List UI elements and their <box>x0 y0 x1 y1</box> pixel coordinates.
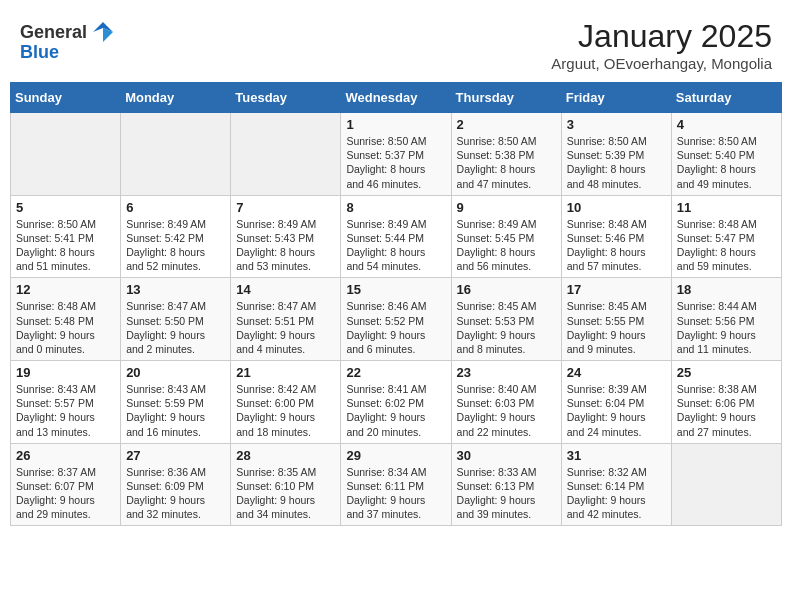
day-number: 10 <box>567 200 666 215</box>
day-number: 21 <box>236 365 335 380</box>
calendar-cell: 10Sunrise: 8:48 AM Sunset: 5:46 PM Dayli… <box>561 195 671 278</box>
weekday-header-sunday: Sunday <box>11 83 121 113</box>
day-number: 31 <box>567 448 666 463</box>
calendar-cell: 14Sunrise: 8:47 AM Sunset: 5:51 PM Dayli… <box>231 278 341 361</box>
day-number: 18 <box>677 282 776 297</box>
day-info: Sunrise: 8:48 AM Sunset: 5:46 PM Dayligh… <box>567 217 666 274</box>
day-number: 22 <box>346 365 445 380</box>
calendar-cell: 6Sunrise: 8:49 AM Sunset: 5:42 PM Daylig… <box>121 195 231 278</box>
day-info: Sunrise: 8:46 AM Sunset: 5:52 PM Dayligh… <box>346 299 445 356</box>
calendar-cell: 31Sunrise: 8:32 AM Sunset: 6:14 PM Dayli… <box>561 443 671 526</box>
day-info: Sunrise: 8:50 AM Sunset: 5:41 PM Dayligh… <box>16 217 115 274</box>
day-number: 15 <box>346 282 445 297</box>
day-number: 12 <box>16 282 115 297</box>
logo-icon <box>89 18 117 46</box>
calendar-cell: 29Sunrise: 8:34 AM Sunset: 6:11 PM Dayli… <box>341 443 451 526</box>
page-header: General Blue January 2025 Arguut, OEvoer… <box>10 10 782 78</box>
day-number: 27 <box>126 448 225 463</box>
day-info: Sunrise: 8:38 AM Sunset: 6:06 PM Dayligh… <box>677 382 776 439</box>
weekday-header-friday: Friday <box>561 83 671 113</box>
day-info: Sunrise: 8:33 AM Sunset: 6:13 PM Dayligh… <box>457 465 556 522</box>
day-info: Sunrise: 8:42 AM Sunset: 6:00 PM Dayligh… <box>236 382 335 439</box>
day-info: Sunrise: 8:35 AM Sunset: 6:10 PM Dayligh… <box>236 465 335 522</box>
calendar-cell: 20Sunrise: 8:43 AM Sunset: 5:59 PM Dayli… <box>121 361 231 444</box>
day-info: Sunrise: 8:48 AM Sunset: 5:48 PM Dayligh… <box>16 299 115 356</box>
day-number: 17 <box>567 282 666 297</box>
calendar-cell: 12Sunrise: 8:48 AM Sunset: 5:48 PM Dayli… <box>11 278 121 361</box>
logo-general: General <box>20 22 87 43</box>
day-info: Sunrise: 8:48 AM Sunset: 5:47 PM Dayligh… <box>677 217 776 274</box>
day-number: 19 <box>16 365 115 380</box>
day-number: 11 <box>677 200 776 215</box>
day-info: Sunrise: 8:47 AM Sunset: 5:51 PM Dayligh… <box>236 299 335 356</box>
calendar-cell: 27Sunrise: 8:36 AM Sunset: 6:09 PM Dayli… <box>121 443 231 526</box>
day-info: Sunrise: 8:37 AM Sunset: 6:07 PM Dayligh… <box>16 465 115 522</box>
calendar-cell: 3Sunrise: 8:50 AM Sunset: 5:39 PM Daylig… <box>561 113 671 196</box>
calendar-cell <box>671 443 781 526</box>
day-number: 24 <box>567 365 666 380</box>
calendar-cell: 4Sunrise: 8:50 AM Sunset: 5:40 PM Daylig… <box>671 113 781 196</box>
day-number: 28 <box>236 448 335 463</box>
day-info: Sunrise: 8:47 AM Sunset: 5:50 PM Dayligh… <box>126 299 225 356</box>
day-info: Sunrise: 8:39 AM Sunset: 6:04 PM Dayligh… <box>567 382 666 439</box>
calendar-cell: 21Sunrise: 8:42 AM Sunset: 6:00 PM Dayli… <box>231 361 341 444</box>
day-number: 13 <box>126 282 225 297</box>
calendar-cell: 19Sunrise: 8:43 AM Sunset: 5:57 PM Dayli… <box>11 361 121 444</box>
calendar-cell: 5Sunrise: 8:50 AM Sunset: 5:41 PM Daylig… <box>11 195 121 278</box>
day-number: 16 <box>457 282 556 297</box>
day-info: Sunrise: 8:50 AM Sunset: 5:39 PM Dayligh… <box>567 134 666 191</box>
day-number: 26 <box>16 448 115 463</box>
location-subtitle: Arguut, OEvoerhangay, Mongolia <box>551 55 772 72</box>
week-row-2: 5Sunrise: 8:50 AM Sunset: 5:41 PM Daylig… <box>11 195 782 278</box>
week-row-5: 26Sunrise: 8:37 AM Sunset: 6:07 PM Dayli… <box>11 443 782 526</box>
calendar-cell <box>11 113 121 196</box>
weekday-header-tuesday: Tuesday <box>231 83 341 113</box>
calendar-cell <box>121 113 231 196</box>
day-number: 23 <box>457 365 556 380</box>
day-info: Sunrise: 8:45 AM Sunset: 5:53 PM Dayligh… <box>457 299 556 356</box>
day-info: Sunrise: 8:50 AM Sunset: 5:40 PM Dayligh… <box>677 134 776 191</box>
weekday-header-wednesday: Wednesday <box>341 83 451 113</box>
calendar-cell: 25Sunrise: 8:38 AM Sunset: 6:06 PM Dayli… <box>671 361 781 444</box>
day-info: Sunrise: 8:49 AM Sunset: 5:43 PM Dayligh… <box>236 217 335 274</box>
week-row-3: 12Sunrise: 8:48 AM Sunset: 5:48 PM Dayli… <box>11 278 782 361</box>
calendar-cell: 23Sunrise: 8:40 AM Sunset: 6:03 PM Dayli… <box>451 361 561 444</box>
day-info: Sunrise: 8:49 AM Sunset: 5:44 PM Dayligh… <box>346 217 445 274</box>
day-number: 29 <box>346 448 445 463</box>
day-number: 20 <box>126 365 225 380</box>
calendar-cell: 8Sunrise: 8:49 AM Sunset: 5:44 PM Daylig… <box>341 195 451 278</box>
day-number: 6 <box>126 200 225 215</box>
calendar-cell: 1Sunrise: 8:50 AM Sunset: 5:37 PM Daylig… <box>341 113 451 196</box>
calendar-cell: 24Sunrise: 8:39 AM Sunset: 6:04 PM Dayli… <box>561 361 671 444</box>
weekday-header-row: SundayMondayTuesdayWednesdayThursdayFrid… <box>11 83 782 113</box>
day-number: 14 <box>236 282 335 297</box>
weekday-header-saturday: Saturday <box>671 83 781 113</box>
day-info: Sunrise: 8:36 AM Sunset: 6:09 PM Dayligh… <box>126 465 225 522</box>
day-number: 9 <box>457 200 556 215</box>
weekday-header-monday: Monday <box>121 83 231 113</box>
calendar-cell: 2Sunrise: 8:50 AM Sunset: 5:38 PM Daylig… <box>451 113 561 196</box>
logo: General Blue <box>20 18 117 63</box>
calendar-cell: 11Sunrise: 8:48 AM Sunset: 5:47 PM Dayli… <box>671 195 781 278</box>
day-info: Sunrise: 8:45 AM Sunset: 5:55 PM Dayligh… <box>567 299 666 356</box>
day-info: Sunrise: 8:44 AM Sunset: 5:56 PM Dayligh… <box>677 299 776 356</box>
calendar-cell: 15Sunrise: 8:46 AM Sunset: 5:52 PM Dayli… <box>341 278 451 361</box>
day-info: Sunrise: 8:49 AM Sunset: 5:42 PM Dayligh… <box>126 217 225 274</box>
day-number: 7 <box>236 200 335 215</box>
day-info: Sunrise: 8:40 AM Sunset: 6:03 PM Dayligh… <box>457 382 556 439</box>
day-number: 1 <box>346 117 445 132</box>
title-section: January 2025 Arguut, OEvoerhangay, Mongo… <box>551 18 772 72</box>
day-info: Sunrise: 8:49 AM Sunset: 5:45 PM Dayligh… <box>457 217 556 274</box>
day-number: 2 <box>457 117 556 132</box>
calendar-cell: 30Sunrise: 8:33 AM Sunset: 6:13 PM Dayli… <box>451 443 561 526</box>
week-row-4: 19Sunrise: 8:43 AM Sunset: 5:57 PM Dayli… <box>11 361 782 444</box>
day-number: 4 <box>677 117 776 132</box>
calendar-table: SundayMondayTuesdayWednesdayThursdayFrid… <box>10 82 782 526</box>
month-title: January 2025 <box>551 18 772 55</box>
week-row-1: 1Sunrise: 8:50 AM Sunset: 5:37 PM Daylig… <box>11 113 782 196</box>
day-info: Sunrise: 8:34 AM Sunset: 6:11 PM Dayligh… <box>346 465 445 522</box>
day-info: Sunrise: 8:50 AM Sunset: 5:37 PM Dayligh… <box>346 134 445 191</box>
day-number: 5 <box>16 200 115 215</box>
calendar-cell: 28Sunrise: 8:35 AM Sunset: 6:10 PM Dayli… <box>231 443 341 526</box>
calendar-cell: 9Sunrise: 8:49 AM Sunset: 5:45 PM Daylig… <box>451 195 561 278</box>
